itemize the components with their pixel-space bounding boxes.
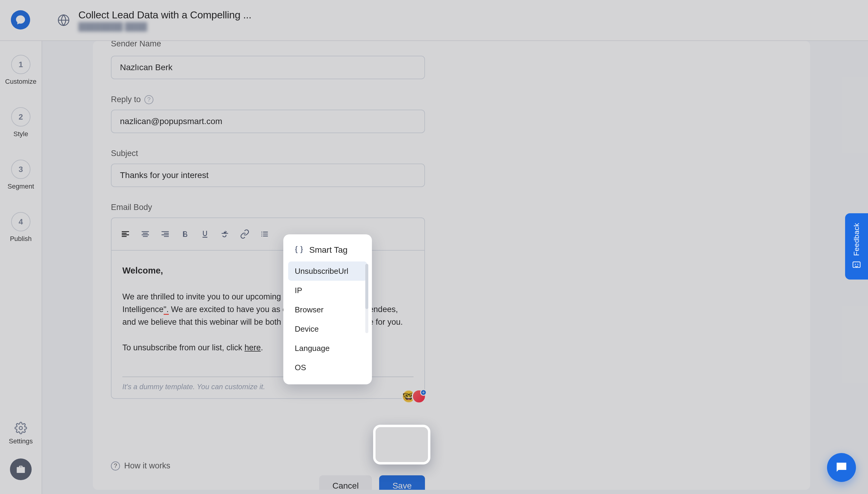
brand-chat-icon bbox=[15, 15, 26, 25]
sender-name-label: Sender Name bbox=[111, 41, 810, 49]
briefcase-button[interactable] bbox=[10, 458, 32, 480]
strikethrough-icon bbox=[220, 229, 230, 239]
settings-label: Settings bbox=[9, 437, 33, 445]
email-body-editor: Welcome, We are thrilled to invite you t… bbox=[111, 217, 425, 399]
feedback-tab[interactable]: Feedback bbox=[845, 213, 868, 280]
underline-icon bbox=[200, 229, 210, 239]
svg-point-3 bbox=[855, 264, 856, 264]
link-icon bbox=[240, 229, 250, 239]
svg-point-4 bbox=[857, 264, 858, 264]
step-customize[interactable]: 1 Customize bbox=[5, 55, 36, 86]
feedback-label: Feedback bbox=[852, 223, 861, 256]
editor-text: We are thrilled to invite you to our upc… bbox=[122, 292, 281, 301]
emoji-avatars: 🤓 + bbox=[402, 389, 426, 404]
reply-to-label: Reply to ? bbox=[111, 95, 810, 104]
save-button[interactable]: Save bbox=[379, 475, 425, 490]
editor-toolbar bbox=[112, 218, 424, 251]
align-center-icon bbox=[141, 229, 150, 239]
code-braces-icon bbox=[294, 245, 304, 255]
step-number: 1 bbox=[11, 55, 31, 74]
subject-input[interactable] bbox=[111, 164, 425, 187]
smart-tag-header[interactable]: Smart Tag bbox=[283, 245, 372, 262]
smart-tag-item-browser[interactable]: Browser bbox=[288, 300, 367, 319]
editor-footnote: It's a dummy template. You can customize… bbox=[112, 377, 424, 398]
align-left-button[interactable] bbox=[120, 229, 131, 240]
main-card: Sender Name Reply to ? Subject Email Bod… bbox=[93, 41, 810, 490]
editor-text: To unsubscribe from our list, click bbox=[122, 343, 244, 352]
step-label: Customize bbox=[5, 78, 36, 86]
step-label: Segment bbox=[7, 183, 34, 190]
gear-icon bbox=[15, 422, 27, 434]
reply-to-input[interactable] bbox=[111, 110, 425, 133]
smart-tag-item-os[interactable]: OS bbox=[288, 358, 367, 377]
left-sidebar: 1 Customize 2 Style 3 Segment 4 Publish … bbox=[0, 41, 42, 494]
sender-name-input[interactable] bbox=[111, 56, 425, 79]
smart-tag-item-device[interactable]: Device bbox=[288, 319, 367, 339]
step-segment[interactable]: 3 Segment bbox=[7, 160, 34, 190]
email-body-label: Email Body bbox=[111, 203, 810, 212]
smart-tag-title: Smart Tag bbox=[309, 245, 348, 255]
chat-icon bbox=[834, 460, 849, 475]
top-header: Collect Lead Data with a Compelling ... … bbox=[0, 0, 868, 41]
svg-point-1 bbox=[19, 426, 23, 430]
briefcase-icon bbox=[15, 464, 26, 475]
chat-launcher[interactable] bbox=[827, 453, 856, 482]
scrollbar-thumb[interactable] bbox=[365, 264, 368, 309]
list-icon bbox=[260, 229, 270, 239]
editor-spellcheck-mark: ". bbox=[164, 305, 169, 315]
step-number: 4 bbox=[11, 212, 31, 231]
page-title: Collect Lead Data with a Compelling ... bbox=[78, 9, 251, 21]
strikethrough-button[interactable] bbox=[219, 229, 230, 240]
align-center-button[interactable] bbox=[140, 229, 151, 240]
action-row: Cancel Save bbox=[111, 475, 425, 490]
page-subtitle: ████████ ████ bbox=[78, 22, 251, 31]
settings-button[interactable]: Settings bbox=[9, 422, 33, 445]
unsubscribe-link[interactable]: here bbox=[244, 343, 261, 352]
bold-icon bbox=[180, 229, 190, 239]
step-style[interactable]: 2 Style bbox=[11, 107, 31, 138]
bold-button[interactable] bbox=[180, 229, 190, 240]
smart-tag-item-language[interactable]: Language bbox=[288, 339, 367, 358]
align-right-button[interactable] bbox=[160, 229, 171, 240]
cancel-button[interactable]: Cancel bbox=[319, 475, 372, 490]
smart-tag-list: UnsubscribeUrl IP Browser Device Languag… bbox=[283, 262, 372, 377]
header-texts: Collect Lead Data with a Compelling ... … bbox=[78, 9, 251, 31]
step-number: 3 bbox=[11, 160, 31, 179]
link-button[interactable] bbox=[239, 229, 250, 240]
smart-tag-item-ip[interactable]: IP bbox=[288, 281, 367, 300]
step-number: 2 bbox=[11, 107, 31, 127]
align-left-icon bbox=[121, 229, 130, 239]
how-it-works-label: How it works bbox=[124, 461, 170, 471]
editor-text: . bbox=[261, 343, 263, 352]
emoji-heart-icon: + bbox=[412, 389, 426, 404]
underline-button[interactable] bbox=[200, 229, 210, 240]
smart-tag-scrollbar[interactable] bbox=[365, 264, 368, 333]
step-publish[interactable]: 4 Publish bbox=[10, 212, 32, 243]
step-label: Style bbox=[14, 130, 28, 138]
feedback-face-icon bbox=[852, 260, 861, 270]
step-label: Publish bbox=[10, 235, 32, 243]
subject-label: Subject bbox=[111, 149, 810, 158]
reply-to-label-text: Reply to bbox=[111, 95, 141, 104]
question-icon: ? bbox=[111, 461, 120, 471]
how-it-works-link[interactable]: ? How it works bbox=[111, 461, 170, 471]
plus-badge-icon[interactable]: + bbox=[420, 389, 427, 396]
help-icon[interactable]: ? bbox=[144, 95, 153, 104]
align-right-icon bbox=[160, 229, 170, 239]
smart-tag-item-unsubscribeurl[interactable]: UnsubscribeUrl bbox=[288, 262, 367, 281]
editor-content[interactable]: Welcome, We are thrilled to invite you t… bbox=[112, 251, 424, 377]
brand-logo[interactable] bbox=[11, 10, 30, 30]
globe-icon bbox=[57, 14, 70, 26]
list-button[interactable] bbox=[259, 229, 270, 240]
smart-tag-popover: Smart Tag UnsubscribeUrl IP Browser Devi… bbox=[283, 234, 372, 384]
